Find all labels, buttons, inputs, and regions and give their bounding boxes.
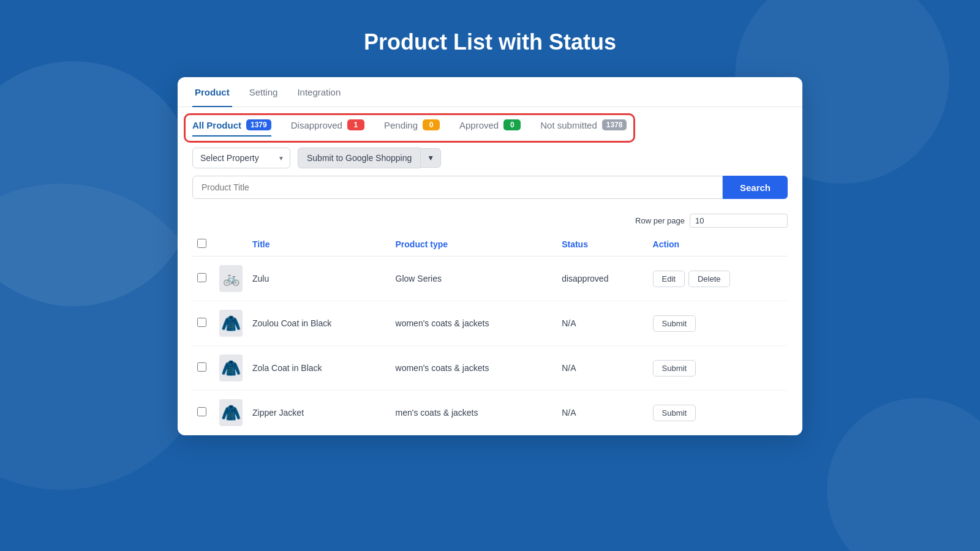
col-checkbox: [192, 233, 214, 257]
row-checkbox[interactable]: [197, 407, 206, 416]
status-tabs-wrapper: All Product 1379 Disapproved 1 Pending 0…: [192, 119, 627, 137]
status-tabs: All Product 1379 Disapproved 1 Pending 0…: [192, 119, 627, 137]
action-buttons: Edit Delete: [653, 271, 783, 287]
status-tab-not-submitted[interactable]: Not submitted 1378: [540, 119, 627, 137]
row-checkbox[interactable]: [197, 362, 206, 372]
filter-row: Select Property ▼ Submit to Google Shopp…: [192, 148, 788, 168]
badge-pending: 0: [423, 119, 440, 130]
status-tab-pending-label: Pending: [384, 120, 418, 130]
badge-disapproved: 1: [347, 119, 364, 130]
product-status: disapproved: [557, 257, 647, 301]
submit-button[interactable]: Submit: [653, 315, 696, 332]
product-table-wrapper: Title Product type Status Action 🚲 Zulu: [178, 233, 802, 435]
product-image: 🧥: [219, 310, 243, 337]
card-wrapper: Product Setting Integration All Product …: [0, 77, 980, 435]
row-per-page-section: Row per page 10 25 50: [178, 209, 802, 233]
page-title: Product List with Status: [0, 0, 980, 77]
product-image: 🚲: [219, 265, 243, 292]
badge-approved: 0: [503, 119, 521, 130]
edit-button[interactable]: Edit: [653, 271, 685, 287]
table-row: 🧥 Zola Coat in Black women's coats & jac…: [192, 346, 788, 391]
status-tab-not-submitted-label: Not submitted: [540, 120, 597, 130]
search-input[interactable]: [192, 176, 723, 199]
action-buttons: Submit: [653, 315, 783, 332]
status-tab-disapproved-label: Disapproved: [291, 120, 342, 130]
product-type: men's coats & jackets: [391, 391, 557, 435]
row-per-page-label: Row per page: [635, 216, 685, 225]
product-status: N/A: [557, 391, 647, 435]
product-type: women's coats & jackets: [391, 346, 557, 391]
tab-setting[interactable]: Setting: [247, 77, 281, 107]
main-card: Product Setting Integration All Product …: [178, 77, 802, 435]
table-row: 🧥 Zoulou Coat in Black women's coats & j…: [192, 301, 788, 346]
product-title: Zipper Jacket: [247, 391, 391, 435]
select-all-checkbox[interactable]: [197, 239, 206, 248]
submit-button[interactable]: Submit: [653, 360, 696, 377]
product-image: 🧥: [219, 354, 243, 381]
tab-integration[interactable]: Integration: [295, 77, 343, 107]
row-per-page-select-wrapper: 10 25 50: [690, 214, 788, 228]
delete-button[interactable]: Delete: [688, 271, 730, 287]
product-status: N/A: [557, 346, 647, 391]
table-row: 🧥 Zipper Jacket men's coats & jackets N/…: [192, 391, 788, 435]
product-image: 🧥: [219, 399, 243, 426]
product-title: Zoulou Coat in Black: [247, 301, 391, 346]
product-status: N/A: [557, 301, 647, 346]
col-status: Status: [557, 233, 647, 257]
col-action: Action: [648, 233, 788, 257]
row-per-page-select[interactable]: 10 25 50: [690, 214, 788, 228]
action-buttons: Submit: [653, 360, 783, 377]
product-table: Title Product type Status Action 🚲 Zulu: [192, 233, 788, 435]
action-buttons: Submit: [653, 405, 783, 421]
select-property[interactable]: Select Property: [192, 148, 290, 168]
status-tab-all[interactable]: All Product 1379: [192, 119, 271, 137]
status-tab-approved[interactable]: Approved 0: [459, 119, 521, 137]
search-row: Search: [192, 176, 788, 199]
status-tab-all-label: All Product: [192, 120, 241, 130]
tab-product[interactable]: Product: [192, 77, 232, 107]
col-title: Title: [247, 233, 391, 257]
product-title: Zola Coat in Black: [247, 346, 391, 391]
status-tab-disapproved[interactable]: Disapproved 1: [291, 119, 364, 137]
nav-tabs: Product Setting Integration: [178, 77, 802, 107]
col-product-type: Product type: [391, 233, 557, 257]
submit-dropdown: Submit to Google Shopping ▼: [298, 148, 441, 168]
status-tab-approved-label: Approved: [459, 120, 499, 130]
product-type: Glow Series: [391, 257, 557, 301]
select-property-wrapper: Select Property ▼: [192, 148, 290, 168]
product-type: women's coats & jackets: [391, 301, 557, 346]
table-header-row: Title Product type Status Action: [192, 233, 788, 257]
search-button[interactable]: Search: [723, 176, 788, 199]
filter-section: All Product 1379 Disapproved 1 Pending 0…: [178, 107, 802, 209]
submit-to-google-button[interactable]: Submit to Google Shopping: [298, 148, 420, 168]
col-image: [214, 233, 247, 257]
badge-not-submitted: 1378: [602, 119, 627, 130]
row-checkbox[interactable]: [197, 318, 206, 327]
badge-all: 1379: [246, 119, 271, 130]
submit-button[interactable]: Submit: [653, 405, 696, 421]
table-row: 🚲 Zulu Glow Series disapproved Edit Dele…: [192, 257, 788, 301]
row-checkbox[interactable]: [197, 273, 206, 282]
status-tab-pending[interactable]: Pending 0: [384, 119, 440, 137]
product-title: Zulu: [247, 257, 391, 301]
submit-dropdown-arrow[interactable]: ▼: [420, 148, 441, 168]
